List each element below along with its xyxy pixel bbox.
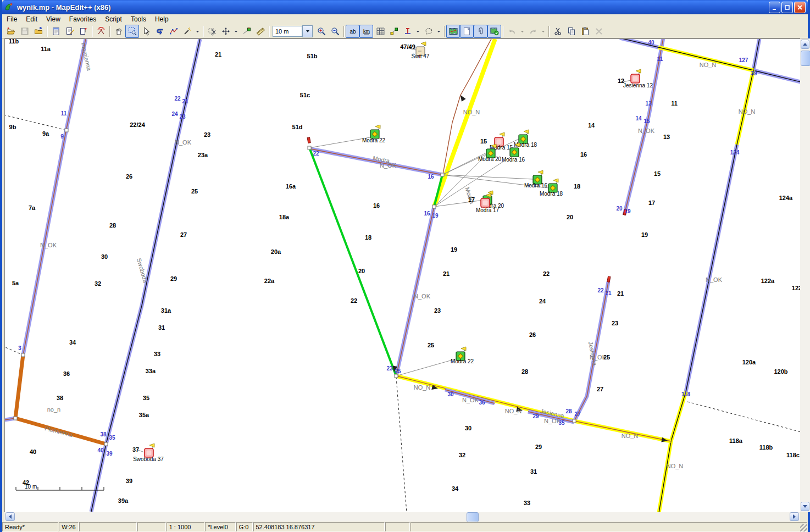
select-arrow-button[interactable] <box>139 25 153 38</box>
export-folder-button[interactable] <box>31 25 45 38</box>
node-tool-button[interactable] <box>240 25 253 38</box>
measure-ruler-button[interactable] <box>253 25 267 38</box>
map-node[interactable] <box>308 146 311 149</box>
copy-button[interactable] <box>564 25 578 38</box>
road-ne-diagonal-east[interactable] <box>753 70 800 85</box>
dashed-boundary-se[interactable] <box>687 402 800 433</box>
street-label: NO_N <box>700 62 717 68</box>
magic-wand-button[interactable] <box>180 25 194 38</box>
gps-antenna-button[interactable] <box>94 25 108 38</box>
zoom-out-button[interactable] <box>328 25 342 38</box>
house-number-label: 13 <box>663 134 670 140</box>
road-plomienna-north[interactable] <box>23 39 86 355</box>
trim-region-button[interactable] <box>205 25 219 38</box>
road-yellow-east[interactable] <box>396 376 671 441</box>
menu-help[interactable]: Help <box>151 15 173 24</box>
house-number-label: 28 <box>109 222 116 229</box>
title-bar[interactable]: wynik.mp - MapEdit++ (x86) <box>2 0 808 14</box>
view-blank-icon <box>463 27 471 36</box>
house-number-label: 39a <box>118 497 129 504</box>
view-verify-button[interactable] <box>487 25 501 38</box>
menu-view[interactable]: View <box>42 15 65 24</box>
map-node[interactable] <box>441 173 444 176</box>
draw-polyline-button[interactable] <box>167 25 180 38</box>
dropdown-button[interactable] <box>232 25 240 38</box>
labels-km-button[interactable]: km <box>359 25 373 38</box>
vertical-scrollbar[interactable] <box>800 38 810 512</box>
move-tool-button[interactable] <box>219 25 232 38</box>
menu-edit[interactable]: Edit <box>21 15 42 24</box>
labels-ab-button[interactable]: ab <box>346 25 359 38</box>
poi-red[interactable] <box>631 69 641 83</box>
zoom-in-button[interactable] <box>314 25 328 38</box>
map-canvas[interactable]: 10 mModra 22Modra 22Modra 18Modra 15Modr… <box>4 38 800 512</box>
grid-button[interactable] <box>373 25 387 38</box>
road-right-vertical-top[interactable] <box>753 39 760 70</box>
edit-object-button[interactable] <box>63 25 76 38</box>
draw-polyline-icon <box>169 27 178 36</box>
open-button[interactable] <box>4 25 18 38</box>
maximize-button[interactable] <box>781 2 793 13</box>
horizontal-scroll-thumb[interactable] <box>467 512 479 522</box>
zoom-select-button[interactable] <box>125 25 139 38</box>
status-level: *Level0 <box>205 522 236 531</box>
road-end-marker[interactable] <box>607 276 611 282</box>
green-line-long[interactable] <box>309 148 396 376</box>
close-button[interactable] <box>794 2 806 13</box>
menu-favorites[interactable]: Favorites <box>65 15 101 24</box>
add-poi-flag-button[interactable] <box>76 25 90 38</box>
view-map-button[interactable] <box>446 25 460 38</box>
map-node[interactable] <box>573 419 576 423</box>
dropdown-button[interactable] <box>194 25 201 38</box>
house-number-label: 23 <box>612 320 618 326</box>
map-drawing[interactable]: 10 mModra 22Modra 22Modra 18Modra 15Modr… <box>5 39 800 512</box>
add-poi-flag-icon <box>79 27 88 36</box>
scroll-up-button[interactable] <box>801 40 809 49</box>
pan-hand-button[interactable] <box>112 25 125 38</box>
menu-script[interactable]: Script <box>101 15 126 24</box>
scroll-left-button[interactable] <box>5 512 15 521</box>
map-node[interactable] <box>14 417 17 420</box>
view-blank-button[interactable] <box>460 25 474 38</box>
select-polygon-button[interactable] <box>421 25 435 38</box>
map-node[interactable] <box>21 353 25 357</box>
grid-scale-combobox[interactable]: 10 m <box>273 25 313 37</box>
dropdown-button <box>519 25 526 38</box>
resize-grip[interactable] <box>800 524 807 531</box>
nodes-view-button[interactable] <box>387 25 401 38</box>
paste-button[interactable] <box>578 25 592 38</box>
copy-icon <box>567 27 576 36</box>
dashed-boundary-center[interactable] <box>396 377 407 512</box>
house-number-label: 11b <box>9 39 19 45</box>
road-yellow-north[interactable] <box>434 39 495 207</box>
menu-file[interactable]: File <box>2 15 21 24</box>
horizontal-scrollbar[interactable] <box>4 512 800 522</box>
grid-scale-value[interactable]: 10 m <box>273 26 302 37</box>
svg-text:ab: ab <box>349 29 356 35</box>
road-right-vertical-mid[interactable] <box>686 145 737 392</box>
properties-button[interactable] <box>49 25 63 38</box>
road-modra-south[interactable] <box>396 207 434 376</box>
grid-scale-dropdown-button[interactable] <box>302 25 313 37</box>
cut-button[interactable] <box>551 25 564 38</box>
poi-green[interactable] <box>370 125 380 138</box>
road-yellow-right-upper[interactable] <box>737 70 753 145</box>
dropdown-button[interactable] <box>414 25 421 38</box>
map-node[interactable] <box>104 442 108 446</box>
back-arrow-button[interactable] <box>153 25 167 38</box>
road-yellow-right-lower[interactable] <box>659 392 686 512</box>
scroll-down-button[interactable] <box>801 502 809 511</box>
scroll-right-button[interactable] <box>790 512 799 521</box>
map-node[interactable] <box>65 129 68 132</box>
map-node[interactable] <box>432 205 436 208</box>
road-ne-vertical[interactable] <box>624 39 663 215</box>
dropdown-button[interactable] <box>435 25 442 38</box>
road-end-marker[interactable] <box>307 137 310 143</box>
menu-tools[interactable]: Tools <box>126 15 151 24</box>
attachments-button[interactable] <box>474 25 487 38</box>
map-node[interactable] <box>395 374 398 378</box>
poi-red[interactable] <box>145 444 154 457</box>
vertical-scroll-thumb[interactable] <box>801 51 810 66</box>
minimize-button[interactable] <box>769 2 780 13</box>
junction-tool-button[interactable] <box>401 25 414 38</box>
